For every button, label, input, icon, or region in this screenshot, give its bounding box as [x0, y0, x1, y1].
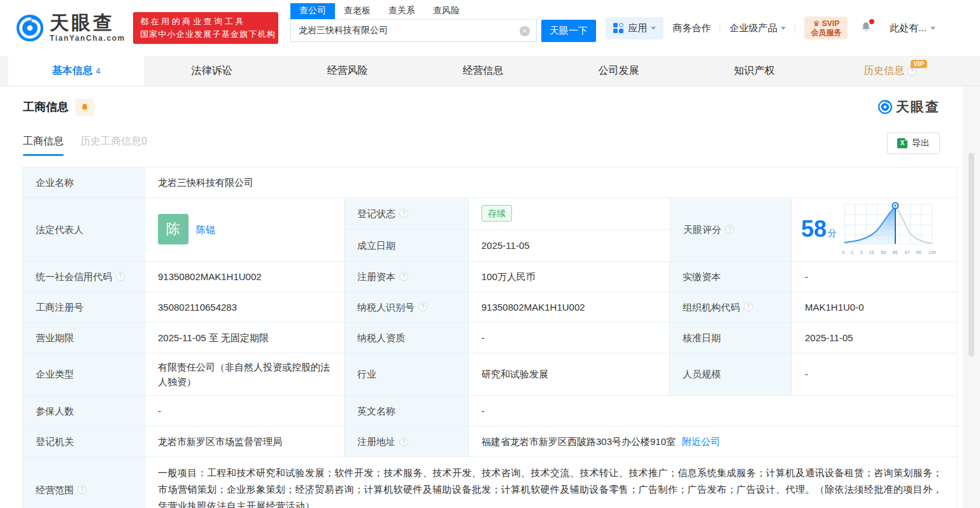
field-label: 组织机构代码? — [670, 292, 792, 322]
clear-search-icon[interactable]: ✕ — [520, 26, 530, 36]
nav-cooperation[interactable]: 商务合作 — [672, 22, 711, 34]
status-badge: 存续 — [481, 205, 512, 222]
export-button[interactable]: X 导出 — [887, 132, 940, 154]
avatar[interactable]: 陈 — [158, 214, 188, 244]
field-label: 登记状态? — [344, 198, 469, 229]
field-label: 人员规模 — [670, 353, 792, 396]
user-menu[interactable]: 此处有... — [890, 22, 935, 34]
field-label: 天眼评分? — [670, 198, 792, 261]
search-input[interactable] — [290, 20, 537, 42]
field-label: 企业名称 — [23, 167, 145, 197]
search-tab-boss[interactable]: 查老板 — [335, 3, 380, 19]
help-icon[interactable]: ? — [725, 225, 734, 234]
search-tab-risk[interactable]: 查风险 — [424, 3, 469, 19]
field-value: - — [792, 353, 957, 396]
tab-company-development[interactable]: 公司发展 — [551, 56, 686, 86]
tab-legal-litigation[interactable]: 法律诉讼 — [144, 56, 280, 86]
field-value: 一般项目：工程和技术研究和试验发展；软件开发；技术服务、技术开发、技术咨询、技术… — [145, 457, 957, 508]
field-value: 存续 — [469, 198, 670, 229]
chart-tick: 0 — [842, 250, 844, 257]
field-value: 2025-11-05 — [792, 323, 957, 353]
chart-tick: 97 — [904, 250, 909, 257]
table-row: 企业类型有限责任公司（非自然人投资或控股的法人独资）行业研究和试验发展人员规模- — [23, 353, 957, 397]
notifications-bell-icon[interactable] — [860, 21, 872, 35]
field-label: 成立日期 — [344, 230, 469, 261]
export-label: 导出 — [912, 138, 930, 149]
field-label: 登记机关 — [23, 427, 145, 456]
help-icon[interactable]: ? — [78, 485, 87, 494]
legal-rep-cell: 陈 陈锟 — [145, 198, 344, 261]
enterprise-label: 企业级产品 — [729, 22, 777, 34]
table-row: 法定代表人 陈 陈锟 登记状态? 存续 成立日期 — [23, 198, 957, 262]
help-icon[interactable]: ? — [418, 302, 427, 311]
field-value: 2025-11-05 至 无固定期限 — [145, 323, 344, 353]
legal-rep-link[interactable]: 陈锟 — [196, 222, 215, 237]
promo-line-2: 国家中小企业发展子基金旗下机构 — [140, 28, 271, 41]
score-distribution-chart: 0131550859799100 — [841, 202, 937, 257]
search-tabs: 查公司 查老板 查关系 查风险 — [290, 3, 539, 20]
field-label: 核准日期 — [670, 323, 792, 353]
tab-count: 4 — [96, 66, 100, 76]
field-value: 龙岩市新罗区市场监督管理局 — [145, 427, 344, 456]
field-label: 注册资本? — [344, 262, 469, 292]
field-value: 350802110654283 — [145, 292, 344, 322]
score-unit: 分 — [828, 227, 837, 241]
chart-tick: 50 — [881, 250, 886, 257]
chart-axis-ticks: 0131550859799100 — [841, 249, 937, 257]
help-icon[interactable]: ? — [116, 272, 125, 281]
vip-badge: VIP — [911, 60, 927, 68]
field-label: 注册地址? — [344, 427, 469, 456]
brand-logo[interactable]: 天眼查 TianYanCha.com — [15, 13, 125, 43]
tab-history-info[interactable]: 历史信息 ? VIP — [822, 56, 958, 86]
monitor-bell-icon[interactable] — [75, 99, 94, 116]
main-content: 工商信息 天眼查 工商信息 历史工商信息0 X 导出 企业名称 龙岩三快科技有限… — [0, 87, 963, 508]
help-icon[interactable]: ? — [399, 437, 408, 446]
table-row: 企业名称 龙岩三快科技有限公司 — [23, 167, 957, 198]
table-row: 参保人数-英文名称- — [23, 396, 957, 427]
tab-label: 基本信息 — [52, 64, 92, 78]
brand-domain: TianYanCha.com — [50, 34, 125, 43]
chart-tick: 15 — [869, 250, 874, 257]
svip-membership-button[interactable]: ♛ SVIP 会员服务 — [804, 17, 848, 39]
help-icon[interactable]: ? — [399, 272, 408, 281]
search-tab-company[interactable]: 查公司 — [290, 3, 335, 19]
chevron-down-icon — [781, 27, 786, 30]
nearby-companies-link[interactable]: 附近公司 — [682, 434, 720, 449]
tab-basic-info[interactable]: 基本信息 4 — [8, 56, 144, 86]
field-label: 经营范围? — [23, 457, 145, 508]
chart-tick: 3 — [860, 250, 862, 257]
apps-menu-button[interactable]: 应用 — [606, 17, 664, 39]
excel-icon: X — [897, 138, 907, 148]
svip-line-2: 会员服务 — [811, 28, 841, 37]
help-icon[interactable]: ? — [399, 209, 408, 218]
field-value: - — [469, 396, 957, 426]
field-value: 研究和试验发展 — [469, 353, 670, 396]
user-menu-label: 此处有... — [890, 22, 927, 34]
tab-operational-risk[interactable]: 经营风险 — [280, 56, 415, 86]
field-value: - — [469, 323, 670, 353]
field-value: 2025-11-05 — [469, 230, 670, 261]
watermark-text: 天眼查 — [896, 98, 940, 116]
field-label: 行业 — [344, 353, 469, 396]
chart-tick: 100 — [928, 250, 935, 257]
subtab-history-business-info[interactable]: 历史工商信息0 — [80, 135, 147, 156]
tab-intellectual-property[interactable]: 知识产权 — [686, 56, 822, 86]
search-tab-relation[interactable]: 查关系 — [380, 3, 424, 19]
field-value: - — [145, 396, 344, 426]
search-button[interactable]: 天眼一下 — [541, 20, 596, 42]
nav-enterprise-products[interactable]: 企业级产品 — [729, 22, 786, 34]
table-row: 经营范围? 一般项目：工程和技术研究和试验发展；软件开发；技术服务、技术开发、技… — [23, 457, 957, 508]
table-row: 工商注册号350802110654283纳税人识别号?91350802MAK1H… — [23, 292, 957, 323]
table-row: 营业期限2025-11-05 至 无固定期限纳税人资质-核准日期2025-11-… — [23, 323, 957, 353]
subtab-business-info[interactable]: 工商信息 — [23, 135, 64, 156]
field-value: 91350802MAK1H1U002 — [469, 292, 670, 322]
field-label: 纳税人资质 — [344, 323, 469, 353]
help-icon[interactable]: ? — [744, 302, 753, 311]
scrollbar-thumb[interactable] — [969, 153, 974, 356]
brand-name: 天眼查 — [50, 13, 125, 32]
chart-tick: 1 — [851, 250, 853, 257]
table-body-rows: 统一社会信用代码?91350802MAK1H1U002注册资本?100万人民币实… — [23, 262, 957, 458]
scrollbar-track[interactable] — [963, 87, 980, 508]
tab-business-info[interactable]: 经营信息 — [415, 56, 551, 86]
chevron-down-icon — [930, 27, 935, 30]
